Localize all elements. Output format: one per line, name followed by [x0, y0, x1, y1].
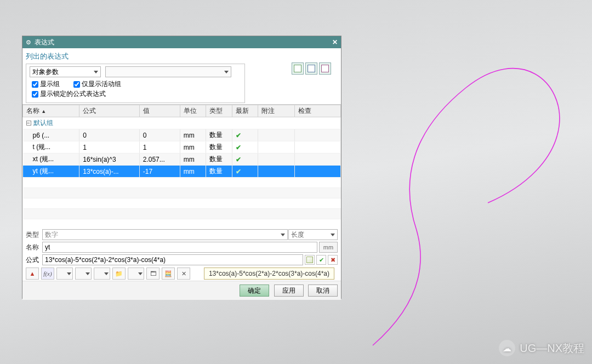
unit-box[interactable]: mm: [319, 242, 338, 253]
tool-fx[interactable]: f(x): [41, 268, 54, 280]
dimension-select[interactable]: 长度: [288, 229, 338, 240]
table-row[interactable]: t (规...11mm数量✔: [23, 141, 341, 153]
grid-header[interactable]: 名称 ▲ 公式 值 单位 类型 最新 附注 检查: [23, 105, 341, 117]
table-row[interactable]: xt (规...16*sin(a)^32.057...mm数量✔: [23, 153, 341, 166]
viewport-curve: [340, 22, 581, 362]
expression-grid[interactable]: 名称 ▲ 公式 值 单位 类型 最新 附注 检查 −默认组 p6 (...00m…: [22, 105, 341, 225]
name-input[interactable]: [42, 242, 317, 253]
type-select[interactable]: 数字: [42, 229, 288, 240]
checkbox-show-group[interactable]: 显示组: [30, 79, 60, 89]
group-default[interactable]: −默认组: [23, 117, 341, 129]
top-icon-strip: [292, 62, 331, 75]
section-title: 列出的表达式: [26, 52, 338, 61]
tool-calc[interactable]: 🧮: [162, 268, 175, 280]
tool-flag[interactable]: ▲: [26, 268, 39, 280]
formula-tooltip: 13*cos(a)-5*cos(2*a)-2*cos(3*a)-cos(4*a): [204, 268, 334, 280]
checkbox-active-only-box[interactable]: [73, 81, 80, 88]
table-row[interactable]: p6 (...00mm数量✔: [23, 129, 341, 141]
name-label: 名称: [26, 243, 42, 252]
wechat-icon: ☁: [499, 340, 515, 356]
formula-accept-icon[interactable]: [316, 255, 326, 265]
tool-dd-3[interactable]: [94, 268, 110, 280]
checkbox-show-group-box[interactable]: [32, 81, 38, 88]
tool-dd-1[interactable]: [56, 268, 73, 280]
checkbox-active-only[interactable]: 仅显示活动组: [71, 79, 121, 89]
tool-dd-2[interactable]: [75, 268, 92, 280]
table-row-selected[interactable]: yt (规...13*cos(a)-...-17mm数量✔: [23, 166, 341, 178]
edit-panel: 类型 数字 长度 名称 mm 公式 ▲ f(x) 📁 🗔 🧮 ✕: [22, 225, 341, 281]
tool-delete[interactable]: ✕: [177, 268, 190, 280]
watermark: ☁ UG—NX教程: [499, 340, 584, 356]
tool-dd-4[interactable]: [128, 268, 144, 280]
watermark-text: UG—NX教程: [520, 341, 584, 356]
dialog-title: 表达式: [35, 38, 54, 47]
checkbox-show-locked-box[interactable]: [32, 91, 38, 98]
titlebar[interactable]: ⚙ 表达式 ✕: [22, 36, 341, 48]
dialog-buttons: 确定 应用 取消: [22, 281, 341, 300]
formula-edit-icon[interactable]: [305, 255, 315, 265]
type-label: 类型: [26, 230, 42, 240]
expression-dialog: ⚙ 表达式 ✕ 列出的表达式 对象参数 显示组 仅显示活动组 显示锁定的公式表达…: [22, 36, 341, 299]
sheet-icon-1[interactable]: [292, 62, 304, 75]
formula-label: 公式: [26, 255, 42, 265]
formula-input[interactable]: [42, 254, 303, 265]
gear-icon: ⚙: [26, 39, 31, 46]
upper-panel: 列出的表达式 对象参数 显示组 仅显示活动组 显示锁定的公式表达式: [22, 48, 341, 105]
bottom-toolbar: ▲ f(x) 📁 🗔 🧮 ✕ 13*cos(a)-5*cos(2*a)-2*co…: [26, 268, 338, 280]
tool-sheet[interactable]: 🗔: [146, 268, 160, 280]
ok-button[interactable]: 确定: [240, 285, 269, 297]
sheet-icon-3[interactable]: [319, 62, 331, 75]
filter-box: 对象参数 显示组 仅显示活动组 显示锁定的公式表达式: [26, 64, 245, 103]
formula-reject-icon[interactable]: [328, 255, 338, 265]
close-icon[interactable]: ✕: [332, 38, 338, 46]
apply-button[interactable]: 应用: [274, 285, 304, 297]
filter-dropdown-1[interactable]: 对象参数: [30, 66, 101, 77]
filter-dropdown-2[interactable]: [105, 66, 231, 77]
cancel-button[interactable]: 取消: [308, 285, 338, 297]
sheet-icon-2[interactable]: [305, 62, 317, 75]
checkbox-show-locked[interactable]: 显示锁定的公式表达式: [30, 89, 106, 99]
tool-folder[interactable]: 📁: [112, 268, 126, 280]
